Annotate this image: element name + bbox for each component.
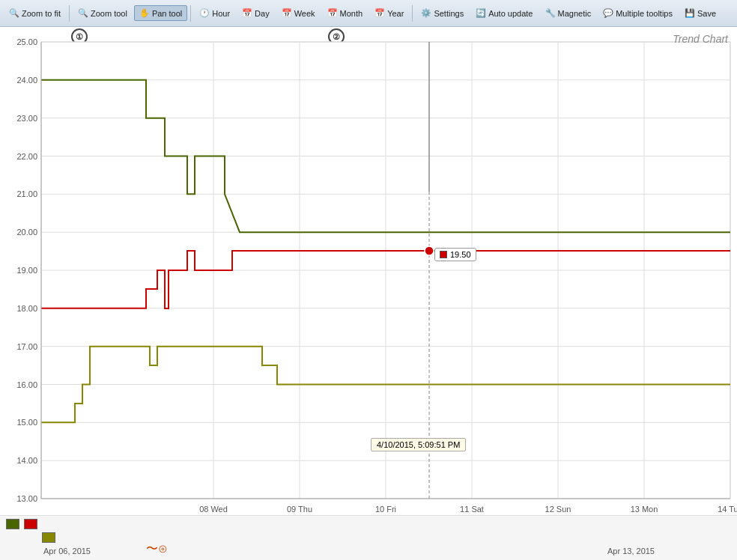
legend-color-green [6,519,19,529]
settings-icon: ⚙️ [421,8,431,18]
day-icon: 📅 [242,8,252,18]
svg-text:12 Sun: 12 Sun [545,505,571,514]
year-button[interactable]: 📅 Year [369,5,409,21]
hour-button[interactable]: 🕐 Hour [194,5,235,21]
svg-text:13.00: 13.00 [16,494,37,503]
legend-olive-row [42,532,57,543]
zoom-to-fit-button[interactable]: 🔍 Zoom to fit [4,5,66,21]
svg-text:23.00: 23.00 [16,114,37,123]
tooltip-color-indicator [440,251,447,258]
svg-text:16.00: 16.00 [16,380,37,389]
week-button[interactable]: 📅 Week [276,5,321,21]
svg-text:19.00: 19.00 [16,266,37,275]
settings-button[interactable]: ⚙️ Settings [416,5,469,21]
date-label-right: Apr 13, 2015 [607,547,655,556]
svg-text:13 Mon: 13 Mon [631,505,658,514]
zoom-fit-icon: 🔍 [9,8,19,18]
legend-color-red [24,519,37,529]
tooltips-icon: 💬 [603,8,613,18]
legend-items [6,519,39,529]
pan-tool-button[interactable]: ✋ Pan tool [134,5,187,21]
chart-container[interactable]: ① ② Trend Chart [0,27,737,515]
value-tooltip: 19.50 [434,248,476,261]
svg-text:15.00: 15.00 [16,418,37,427]
zoom-icon: 🔍 [78,8,88,18]
day-button[interactable]: 📅 Day [237,5,275,21]
svg-text:08 Wed: 08 Wed [199,505,228,514]
svg-text:22.00: 22.00 [16,152,37,161]
multiple-tooltips-button[interactable]: 💬 Multiple tooltips [598,5,678,21]
week-icon: 📅 [282,8,292,18]
year-icon: 📅 [374,8,385,18]
crosshair-dot [425,246,434,255]
magnetic-button[interactable]: 🔧 Magnetic [540,5,597,21]
pan-icon: ✋ [139,8,150,18]
zoom-tool-button[interactable]: 🔍 Zoom tool [73,5,133,21]
svg-text:11 Sat: 11 Sat [460,505,484,514]
bottom-legend: Apr 06, 2015 Apr 13, 2015 〜⊙ [0,515,737,560]
chart-svg: 25.00 24.00 23.00 22.00 21.00 20.00 19.0… [0,27,737,515]
svg-text:21.00: 21.00 [16,189,37,198]
svg-text:20.00: 20.00 [16,228,37,237]
month-icon: 📅 [327,8,338,18]
bottom-icon: 〜⊙ [146,541,168,557]
app: 🔍 Zoom to fit 🔍 Zoom tool ✋ Pan tool 🕐 H… [0,0,737,560]
svg-text:14 Tue: 14 Tue [718,505,737,514]
month-button[interactable]: 📅 Month [322,5,368,21]
y-labels: 25.00 24.00 23.00 22.00 21.00 20.00 19.0… [16,37,37,503]
svg-text:10 Fri: 10 Fri [375,505,396,514]
legend-color-olive [42,532,55,543]
crosshair-datetime-label: 4/10/2015, 5:09:51 PM [371,438,466,451]
svg-text:09 Thu: 09 Thu [287,505,312,514]
chart-title: Trend Chart [673,33,728,45]
svg-text:14.00: 14.00 [16,456,37,465]
magnetic-icon: 🔧 [545,8,556,18]
chart-svg-area[interactable]: 25.00 24.00 23.00 22.00 21.00 20.00 19.0… [0,27,737,515]
save-icon: 💾 [685,8,695,18]
svg-text:25.00: 25.00 [16,37,37,46]
auto-update-icon: 🔄 [476,8,486,18]
separator [69,5,70,22]
svg-text:17.00: 17.00 [16,342,37,351]
svg-text:18.00: 18.00 [16,304,37,313]
tooltip-value: 19.50 [450,250,471,259]
hour-icon: 🕐 [199,8,210,18]
separator-3 [412,5,413,22]
date-label-left: Apr 06, 2015 [43,547,91,556]
svg-text:24.00: 24.00 [16,76,37,85]
save-button[interactable]: 💾 Save [679,5,721,21]
auto-update-button[interactable]: 🔄 Auto update [470,5,538,21]
separator-2 [190,5,191,22]
toolbar: 🔍 Zoom to fit 🔍 Zoom tool ✋ Pan tool 🕐 H… [0,0,737,27]
x-day-labels: 08 Wed 09 Thu 10 Fri 11 Sat 12 Sun 13 Mo… [199,505,737,514]
